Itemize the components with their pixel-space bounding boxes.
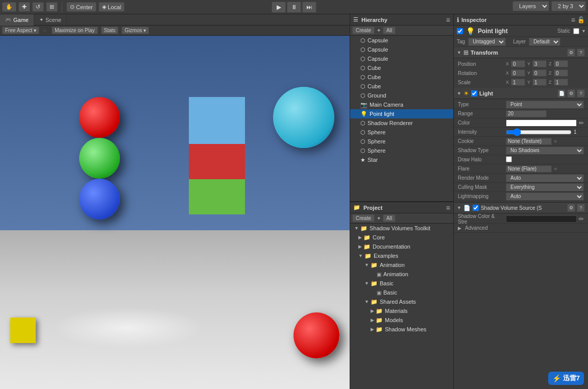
hierarchy-item-cube3[interactable]: ⬡ Cube (350, 82, 453, 91)
move-tool-btn[interactable]: ✚ (18, 2, 30, 12)
rotation-z-input[interactable] (554, 69, 568, 77)
gizmos-btn[interactable]: Gizmos ▾ (121, 27, 149, 34)
hierarchy-item[interactable]: ⬡ Capsule (350, 54, 453, 63)
light-settings-icon[interactable]: ⚙ (567, 89, 575, 98)
project-all-btn[interactable]: All (383, 214, 396, 222)
position-z-input[interactable] (554, 60, 568, 67)
flare-row: Flare ○ (454, 164, 588, 174)
free-aspect-btn[interactable]: Free Aspect ▾ (2, 27, 39, 34)
scale-tool-btn[interactable]: ⊞ (46, 2, 58, 12)
rotation-y-input[interactable] (532, 69, 547, 77)
hierarchy-item-sphere3[interactable]: ⬡ Sphere (350, 146, 453, 155)
scale-z-input[interactable] (554, 79, 568, 86)
light-intensity-slider[interactable] (506, 130, 572, 135)
game-viewport[interactable] (0, 36, 350, 389)
draw-halo-checkbox[interactable] (506, 156, 512, 162)
step-button[interactable]: ⏭ (302, 2, 316, 13)
hierarchy-item-shadowrenderer[interactable]: ⬡ Shadow Renderer (350, 118, 453, 128)
project-item-animation-file[interactable]: ▣ Animation (350, 270, 453, 279)
shadow-vol-help-icon[interactable]: ? (577, 204, 585, 212)
lightmapping-dropdown[interactable]: Auto (506, 192, 584, 201)
light-range-input[interactable] (506, 110, 547, 117)
transform-settings-icon[interactable]: ⚙ (567, 48, 575, 57)
advanced-row[interactable]: ▶ Advanced (454, 224, 588, 233)
hierarchy-create-btn[interactable]: Create (352, 27, 375, 34)
transform-icon: ⊞ (463, 49, 469, 56)
layer-dropdown[interactable]: Default (529, 38, 560, 46)
scale-y-input[interactable] (532, 79, 547, 86)
project-item-basic[interactable]: ▼ 📁 Basic (350, 279, 453, 288)
hierarchy-item-ground[interactable]: ⬡ Ground (350, 91, 453, 100)
project-item-materials[interactable]: ▶ 📁 Materials (350, 306, 453, 315)
shadow-vol-settings-icon[interactable]: ⚙ (567, 204, 575, 212)
cookie-pick-icon[interactable]: ○ (554, 138, 557, 144)
light-color-swatch[interactable] (506, 119, 577, 127)
rotation-x-input[interactable] (511, 69, 525, 77)
project-item-svt[interactable]: ▼ 📁 Shadow Volumes Toolkit (350, 224, 453, 233)
object-active-checkbox[interactable] (457, 28, 463, 34)
light-cookie-input[interactable] (506, 138, 552, 145)
stats-btn[interactable]: Stats (101, 27, 119, 34)
hierarchy-item[interactable]: ⬡ Capsule (350, 45, 453, 54)
transform-help-icon[interactable]: ? (577, 48, 585, 57)
local-btn[interactable]: ◈ Local (99, 2, 125, 12)
project-item-animation[interactable]: ▼ 📁 Animation (350, 260, 453, 270)
hand-tool-btn[interactable]: ✋ (2, 2, 16, 12)
light-help-icon[interactable]: ? (577, 89, 585, 98)
project-item-models[interactable]: ▶ 📁 Models (350, 315, 453, 325)
culling-mask-dropdown[interactable]: Everything (506, 183, 584, 191)
shadow-vol-enabled-checkbox[interactable] (473, 205, 479, 211)
color-pick-icon[interactable]: ✏ (579, 119, 584, 127)
hierarchy-item-sphere2[interactable]: ⬡ Sphere (350, 137, 453, 146)
flare-pick-icon[interactable]: ○ (554, 166, 557, 172)
play-button[interactable]: ▶ (272, 2, 286, 13)
shadow-color-swatch[interactable] (506, 215, 577, 223)
project-item-shadowmeshes[interactable]: ▶ 📁 Shadow Meshes (350, 325, 453, 334)
render-mode-dropdown[interactable]: Auto (506, 174, 584, 182)
project-item-basic-file[interactable]: ▣ Basic (350, 288, 453, 297)
position-y-input[interactable] (532, 60, 547, 67)
inspector-menu-icon[interactable]: ≡ (571, 16, 575, 24)
rotate-tool-btn[interactable]: ↺ (32, 2, 44, 12)
tab-game[interactable]: 🎮 Game (0, 14, 34, 26)
pause-button[interactable]: ⏸ (287, 2, 301, 13)
project-item-shared[interactable]: ▼ 📁 Shared Assets (350, 297, 453, 306)
project-menu-icon[interactable]: ≡ (446, 204, 450, 212)
position-x-input[interactable] (511, 60, 525, 67)
light-type-dropdown[interactable]: Point (506, 101, 584, 109)
maximize-play-btn[interactable]: Maximize on Play (52, 27, 97, 34)
hierarchy-item-sphere1[interactable]: ⬡ Sphere (350, 128, 453, 137)
tag-dropdown[interactable]: Untagged (468, 38, 506, 46)
hierarchy-item-cube2[interactable]: ⬡ Cube (350, 72, 453, 82)
light-component-header[interactable]: ▼ ☀ Light 📄 ⚙ ? (454, 88, 588, 99)
flare-input[interactable] (506, 165, 552, 173)
hierarchy-item-camera[interactable]: 📷 Main Camera (350, 100, 453, 109)
project-create-btn[interactable]: Create (352, 214, 375, 222)
center-btn[interactable]: ⊙ Center (66, 2, 96, 12)
scale-x-input[interactable] (511, 79, 525, 86)
shadow-color-edit-icon[interactable]: ✏ (579, 215, 584, 223)
layout-dropdown[interactable]: 2 by 3 (551, 1, 586, 11)
static-checkbox[interactable] (573, 28, 579, 34)
light-script-icon[interactable]: 📄 (557, 89, 566, 98)
inspector-lock-icon[interactable]: 🔓 (577, 16, 585, 23)
hierarchy-item-cube1[interactable]: ⬡ Cube (350, 63, 453, 72)
tab-scene[interactable]: ✦ Scene (34, 14, 67, 26)
hierarchy-all-btn[interactable]: All (383, 27, 396, 34)
hierarchy-item-pointlight[interactable]: 💡 Point light (350, 109, 453, 118)
shadow-type-dropdown[interactable]: No Shadows (506, 147, 584, 155)
transform-component-header[interactable]: ▼ ⊞ Transform ⚙ ? (454, 47, 588, 58)
light-enabled-checkbox[interactable] (471, 90, 477, 96)
light-type-row: Type Point (454, 100, 588, 109)
layers-dropdown[interactable]: Layers (512, 1, 549, 11)
left-panel: 🎮 Game ✦ Scene Free Aspect ▾ ▶ Maximize … (0, 14, 350, 389)
hierarchy-menu-icon[interactable]: ≡ (446, 16, 450, 24)
project-item-examples[interactable]: ▼ 📁 Examples (350, 251, 453, 260)
folder-models-icon: 📁 (376, 317, 383, 324)
hierarchy-item[interactable]: ⬡ Capsule (350, 36, 453, 45)
hierarchy-item-star[interactable]: ★ Star (350, 155, 453, 164)
project-item-doc[interactable]: ▶ 📁 Documentation (350, 242, 453, 251)
xunlei-logo[interactable]: ⚡ 迅雷7 (548, 372, 584, 385)
project-item-core[interactable]: ▶ 📁 Core (350, 233, 453, 242)
shadow-volume-header[interactable]: ▼ 📄 Shadow Volume Source (S ⚙ ? (454, 202, 588, 213)
